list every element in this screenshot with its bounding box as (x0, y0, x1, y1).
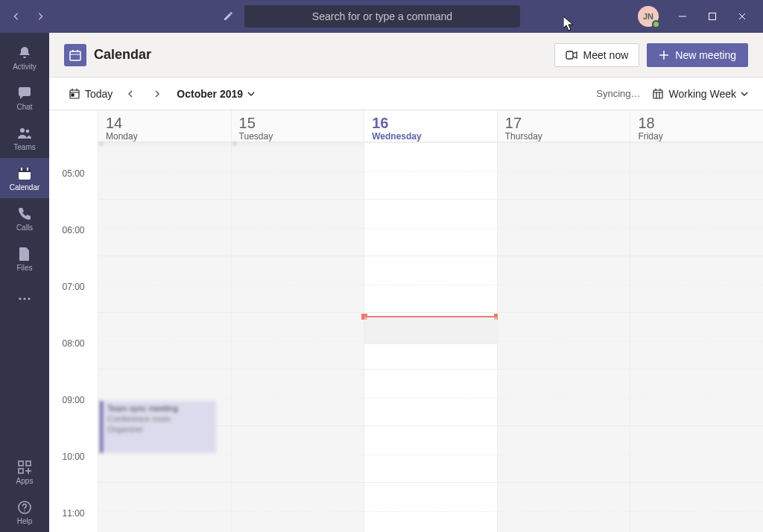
month-picker[interactable]: October 2019 (177, 88, 255, 100)
day-header: 18 Friday (630, 110, 763, 142)
prev-period-button[interactable] (120, 83, 141, 104)
rail-teams[interactable]: Teams (0, 118, 49, 158)
new-meeting-label: New meeting (675, 49, 736, 61)
view-picker[interactable]: Working Week (652, 88, 748, 100)
window-maximize-button[interactable] (697, 0, 727, 33)
day-number: 17 (505, 115, 623, 131)
rail-label: Calls (16, 224, 33, 232)
calendar-header-icon (64, 44, 86, 66)
sync-status: Syncing… (596, 88, 640, 99)
calendar-grid: 05:00 06:00 07:00 08:00 09:00 10:00 11:0… (49, 110, 763, 532)
today-label: Today (85, 88, 113, 100)
titlebar: Search for or type a command JN (0, 0, 763, 33)
day-number: 14 (106, 115, 224, 131)
svg-rect-18 (566, 51, 573, 59)
window-minimize-button[interactable] (668, 0, 697, 33)
meet-now-label: Meet now (583, 49, 629, 61)
day-header: 16 Wednesday (364, 110, 497, 142)
svg-rect-12 (19, 469, 23, 473)
bell-icon (16, 45, 33, 61)
svg-rect-6 (27, 168, 28, 171)
help-icon (16, 499, 33, 516)
event-location: Conference room (107, 414, 212, 423)
presence-badge (652, 20, 660, 28)
day-column-wednesday[interactable]: 16 Wednesday (364, 110, 498, 532)
apps-icon (16, 459, 33, 475)
compose-icon[interactable] (218, 6, 238, 27)
search-input[interactable]: Search for or type a command (244, 5, 520, 28)
svg-point-9 (28, 297, 30, 300)
svg-rect-16 (72, 50, 74, 52)
day-column-tuesday[interactable]: 15 Tuesday Nulla sit amet placerat (232, 110, 365, 532)
svg-rect-11 (26, 461, 31, 466)
svg-point-8 (23, 297, 25, 300)
rail-activity[interactable]: Activity (0, 37, 49, 77)
rail-apps[interactable]: Apps (0, 452, 49, 492)
rail-files[interactable]: Files (0, 238, 49, 279)
file-icon (16, 246, 33, 262)
time-label: 09:00 (49, 395, 98, 452)
rail-label: Help (17, 517, 33, 525)
day-header: 15 Tuesday (232, 110, 364, 142)
day-column-friday[interactable]: 18 Friday (630, 110, 763, 532)
app-rail: Activity Chat Teams Calendar Calls Files (0, 33, 49, 532)
svg-rect-4 (19, 169, 31, 172)
search-placeholder: Search for or type a command (312, 10, 452, 22)
video-icon (566, 51, 577, 60)
rail-help[interactable]: Help (0, 492, 49, 532)
next-period-button[interactable] (147, 83, 168, 104)
forward-button[interactable] (30, 6, 51, 27)
view-label: Working Week (668, 88, 736, 100)
current-slot-highlight (364, 317, 497, 344)
svg-rect-21 (653, 90, 662, 98)
calendar-toolbar: Today October 2019 Syncing… Working Week (49, 77, 763, 110)
day-slots[interactable] (630, 143, 763, 532)
avatar-initials: JN (643, 12, 653, 21)
day-weekday: Monday (106, 131, 224, 142)
svg-rect-5 (21, 168, 22, 171)
svg-point-2 (26, 129, 30, 133)
svg-point-1 (20, 128, 25, 133)
calendar-icon (16, 165, 33, 182)
calendar-view-icon (652, 88, 664, 100)
day-column-thursday[interactable]: 17 Thursday (498, 110, 631, 532)
svg-point-14 (24, 510, 25, 511)
day-slots[interactable]: Team sync meeting Conference room Organi… (98, 143, 231, 532)
rail-label: Apps (16, 477, 34, 485)
day-column-monday[interactable]: 14 Monday Lorem ipsum dolor sit Team syn… (98, 110, 232, 532)
svg-rect-15 (70, 51, 80, 60)
day-weekday: Tuesday (239, 131, 357, 142)
window-close-button[interactable] (727, 0, 757, 33)
back-button[interactable] (6, 6, 27, 27)
day-weekday: Wednesday (372, 131, 490, 142)
svg-rect-17 (77, 50, 79, 52)
meet-now-button[interactable]: Meet now (554, 43, 640, 67)
calendar-header: Calendar Meet now New meeting (49, 33, 763, 77)
new-meeting-button[interactable]: New meeting (647, 43, 748, 67)
avatar[interactable]: JN (638, 6, 659, 27)
cursor-icon (563, 16, 575, 31)
month-text: October 2019 (177, 88, 243, 100)
time-label: 10:00 (49, 452, 98, 508)
event-title: Team sync meeting (107, 404, 212, 413)
time-label: 11:00 (49, 508, 98, 532)
page-title: Calendar (94, 47, 151, 63)
chat-icon (16, 85, 33, 101)
calendar-event[interactable]: Team sync meeting Conference room Organi… (100, 401, 216, 453)
svg-rect-20 (72, 94, 74, 96)
calendar-today-icon (69, 88, 80, 100)
day-slots[interactable] (498, 143, 630, 532)
day-slots[interactable] (364, 143, 497, 532)
rail-calendar[interactable]: Calendar (0, 158, 49, 198)
day-header: 14 Monday (98, 110, 231, 142)
rail-more[interactable] (0, 279, 49, 319)
day-number: 18 (638, 115, 756, 131)
rail-chat[interactable]: Chat (0, 77, 49, 118)
today-button[interactable]: Today (64, 85, 117, 103)
event-organizer: Organizer (107, 425, 212, 434)
day-slots[interactable] (232, 143, 364, 532)
plus-icon (659, 50, 669, 60)
svg-rect-0 (709, 13, 716, 20)
svg-rect-10 (19, 461, 23, 466)
rail-calls[interactable]: Calls (0, 198, 49, 238)
